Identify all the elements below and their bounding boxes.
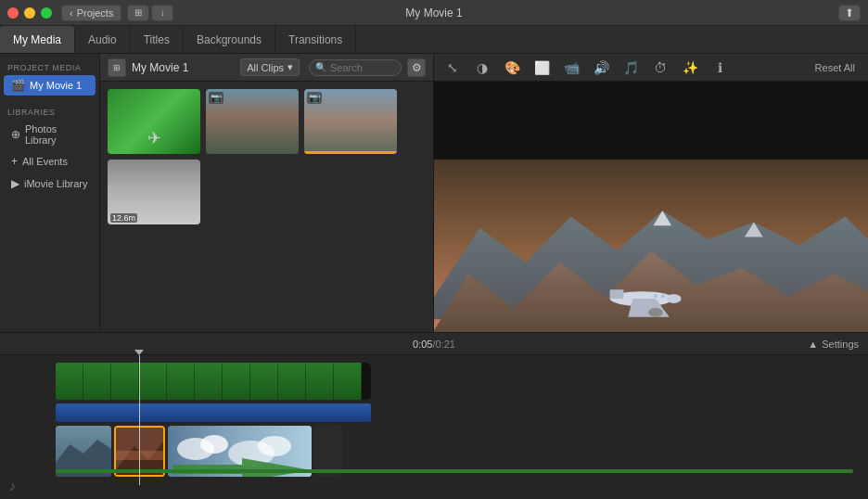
sidebar-item-label: My Movie 1: [30, 80, 82, 91]
sidebar-item-label: Photos Library: [25, 123, 88, 146]
photos-icon: ⊕: [11, 128, 20, 141]
window-controls: ‹ Projects ⊞ ↓: [7, 5, 173, 21]
project-media-label: PROJECT MEDIA: [0, 59, 99, 74]
media-thumb-2[interactable]: 📷: [206, 89, 299, 154]
tab-titles[interactable]: Titles: [131, 26, 184, 53]
settings-button[interactable]: ▲ Settings: [808, 339, 859, 350]
camera-icon: 📷: [209, 92, 223, 104]
movie-icon: 🎬: [11, 79, 25, 92]
video-frame: [139, 363, 167, 400]
video-frame-dark: [362, 363, 371, 400]
svg-point-8: [667, 294, 682, 303]
sidebar-item-photos[interactable]: ⊕ Photos Library: [4, 120, 96, 149]
speed-tool[interactable]: ⏱: [649, 57, 671, 79]
tab-bar: My Media Audio Titles Backgrounds Transi…: [0, 26, 868, 54]
events-icon: +: [11, 155, 18, 168]
media-browser-header: ⊞ My Movie 1 All Clips ▾ 🔍 ⚙: [100, 54, 433, 82]
libraries-label: LIBRARIES: [0, 104, 99, 119]
sidebar-item-my-movie[interactable]: 🎬 My Movie 1: [4, 75, 96, 96]
slider-icon: ▲: [808, 339, 818, 350]
current-time: 0:05: [413, 339, 432, 350]
sidebar-item-all-events[interactable]: + All Events: [4, 151, 96, 172]
toolbar-top: ⤡ ◑ 🎨 ⬜ 📹 🔊 🎵 ⏱ ✨ ℹ Reset All: [434, 54, 868, 82]
video-frames: [56, 363, 371, 400]
projects-back-button[interactable]: ‹ Projects: [61, 5, 121, 21]
svg-point-11: [648, 308, 663, 317]
window-title: My Movie 1: [405, 6, 462, 19]
chevron-down-icon: ▾: [287, 61, 293, 73]
media-thumb-4[interactable]: 12.6m: [108, 160, 200, 224]
camera-icon: 📷: [307, 92, 322, 104]
filter-dropdown[interactable]: All Clips ▾: [240, 58, 300, 76]
transform-tool[interactable]: ⤡: [441, 57, 464, 79]
media-browser-title: My Movie 1: [132, 61, 188, 74]
info-tool[interactable]: ℹ: [708, 57, 731, 79]
color-correction-tool[interactable]: ◑: [471, 57, 493, 79]
maximize-button[interactable]: [41, 7, 52, 19]
video-frame: [195, 363, 223, 400]
tab-audio[interactable]: Audio: [75, 26, 131, 53]
media-thumb-1[interactable]: ✈: [108, 89, 200, 154]
tab-backgrounds[interactable]: Backgrounds: [184, 26, 275, 53]
timeline-header: 0:05 / 0:21 ▲ Settings: [0, 333, 868, 355]
svg-marker-10: [610, 289, 624, 299]
minimize-button[interactable]: [24, 7, 35, 19]
orange-progress-bar: [304, 151, 397, 154]
video-frame: [223, 363, 250, 400]
svg-point-21: [200, 435, 228, 454]
camera-stabilize-tool[interactable]: 📹: [560, 57, 582, 79]
tab-transitions[interactable]: Transitions: [275, 26, 356, 53]
library-icon: ▶: [11, 177, 19, 190]
search-icon: 🔍: [315, 62, 326, 72]
chevron-left-icon: ‹: [70, 7, 73, 19]
media-settings-button[interactable]: ⚙: [407, 58, 426, 77]
timeline-playhead: [139, 355, 140, 485]
timeline-area: 0:05 / 0:21 ▲ Settings: [0, 332, 868, 499]
green-arrow-line: [56, 469, 853, 473]
timeline-tracks: [0, 355, 868, 484]
projects-label: Projects: [77, 7, 114, 19]
video-frame: [111, 363, 139, 400]
close-button[interactable]: [7, 7, 19, 19]
search-box[interactable]: 🔍: [309, 59, 402, 76]
svg-rect-18: [116, 451, 165, 460]
effects-tool[interactable]: ✨: [679, 57, 701, 79]
video-track: [56, 363, 371, 400]
video-frame: [278, 363, 306, 400]
media-thumb-3[interactable]: 📷: [304, 89, 397, 154]
sidebar-item-label: iMovie Library: [24, 178, 87, 189]
svg-point-12: [654, 294, 657, 298]
title-bar: ‹ Projects ⊞ ↓ My Movie 1 ⬆: [0, 0, 868, 26]
grid-view-button[interactable]: ⊞: [108, 58, 126, 77]
filter-label: All Clips: [247, 62, 284, 73]
reset-all-button[interactable]: Reset All: [810, 60, 861, 75]
down-arrow-button[interactable]: ↓: [151, 5, 173, 21]
audio-tool[interactable]: 🎵: [619, 57, 642, 79]
video-frame: [167, 363, 195, 400]
video-frame: [306, 363, 334, 400]
video-frame: [83, 363, 111, 400]
music-icon: ♪: [9, 479, 16, 493]
svg-point-23: [258, 436, 291, 456]
video-frame: [56, 363, 83, 400]
search-input[interactable]: [330, 62, 395, 73]
tab-my-media[interactable]: My Media: [0, 26, 75, 53]
color-wheels-tool[interactable]: 🎨: [501, 57, 523, 79]
svg-point-13: [661, 294, 665, 298]
audio-track: [56, 403, 371, 422]
sidebar-item-imovie-library[interactable]: ▶ iMovie Library: [4, 173, 96, 194]
traffic-lights: [7, 7, 52, 19]
volume-tool[interactable]: 🔊: [590, 57, 612, 79]
title-bar-right: ⬆: [838, 5, 861, 21]
video-frame: [250, 363, 278, 400]
share-button[interactable]: ⬆: [838, 5, 861, 21]
total-time: 0:21: [436, 339, 455, 350]
sidebar-item-label: All Events: [22, 156, 68, 167]
plane-icon: ✈: [147, 128, 161, 148]
playhead-triangle: [134, 350, 144, 355]
crop-tool[interactable]: ⬜: [530, 57, 553, 79]
thumb-duration-label: 12.6m: [110, 213, 137, 223]
video-frame: [334, 363, 362, 400]
toggle-button[interactable]: ⊞: [127, 5, 149, 21]
